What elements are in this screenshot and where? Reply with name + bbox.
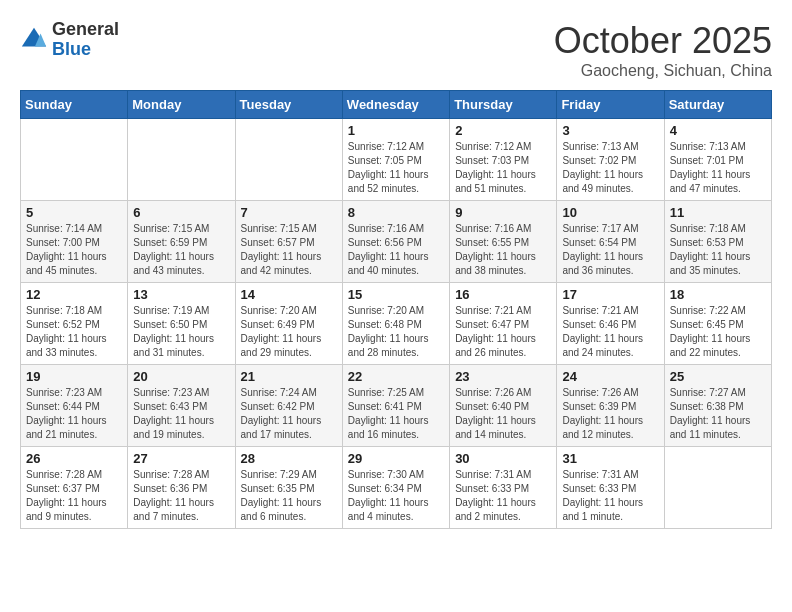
day-number: 16 <box>455 287 551 302</box>
day-number: 13 <box>133 287 229 302</box>
weekday-header: Friday <box>557 91 664 119</box>
calendar-cell: 18Sunrise: 7:22 AM Sunset: 6:45 PM Dayli… <box>664 283 771 365</box>
day-info: Sunrise: 7:23 AM Sunset: 6:44 PM Dayligh… <box>26 386 122 442</box>
calendar-cell: 16Sunrise: 7:21 AM Sunset: 6:47 PM Dayli… <box>450 283 557 365</box>
calendar-cell: 25Sunrise: 7:27 AM Sunset: 6:38 PM Dayli… <box>664 365 771 447</box>
day-number: 11 <box>670 205 766 220</box>
day-number: 19 <box>26 369 122 384</box>
day-info: Sunrise: 7:12 AM Sunset: 7:05 PM Dayligh… <box>348 140 444 196</box>
weekday-header-row: SundayMondayTuesdayWednesdayThursdayFrid… <box>21 91 772 119</box>
day-number: 4 <box>670 123 766 138</box>
day-info: Sunrise: 7:18 AM Sunset: 6:53 PM Dayligh… <box>670 222 766 278</box>
day-number: 18 <box>670 287 766 302</box>
day-info: Sunrise: 7:20 AM Sunset: 6:48 PM Dayligh… <box>348 304 444 360</box>
day-number: 27 <box>133 451 229 466</box>
calendar-cell: 31Sunrise: 7:31 AM Sunset: 6:33 PM Dayli… <box>557 447 664 529</box>
calendar-week-row: 12Sunrise: 7:18 AM Sunset: 6:52 PM Dayli… <box>21 283 772 365</box>
weekday-header: Tuesday <box>235 91 342 119</box>
day-info: Sunrise: 7:16 AM Sunset: 6:56 PM Dayligh… <box>348 222 444 278</box>
calendar-cell: 15Sunrise: 7:20 AM Sunset: 6:48 PM Dayli… <box>342 283 449 365</box>
logo: General Blue <box>20 20 119 60</box>
day-number: 5 <box>26 205 122 220</box>
day-info: Sunrise: 7:19 AM Sunset: 6:50 PM Dayligh… <box>133 304 229 360</box>
day-info: Sunrise: 7:16 AM Sunset: 6:55 PM Dayligh… <box>455 222 551 278</box>
calendar-cell: 21Sunrise: 7:24 AM Sunset: 6:42 PM Dayli… <box>235 365 342 447</box>
day-info: Sunrise: 7:26 AM Sunset: 6:40 PM Dayligh… <box>455 386 551 442</box>
day-number: 7 <box>241 205 337 220</box>
calendar-cell: 24Sunrise: 7:26 AM Sunset: 6:39 PM Dayli… <box>557 365 664 447</box>
calendar-cell: 26Sunrise: 7:28 AM Sunset: 6:37 PM Dayli… <box>21 447 128 529</box>
calendar-cell: 6Sunrise: 7:15 AM Sunset: 6:59 PM Daylig… <box>128 201 235 283</box>
calendar-cell: 13Sunrise: 7:19 AM Sunset: 6:50 PM Dayli… <box>128 283 235 365</box>
day-number: 2 <box>455 123 551 138</box>
calendar-cell <box>664 447 771 529</box>
day-number: 9 <box>455 205 551 220</box>
day-info: Sunrise: 7:14 AM Sunset: 7:00 PM Dayligh… <box>26 222 122 278</box>
calendar-cell: 28Sunrise: 7:29 AM Sunset: 6:35 PM Dayli… <box>235 447 342 529</box>
calendar-cell: 5Sunrise: 7:14 AM Sunset: 7:00 PM Daylig… <box>21 201 128 283</box>
day-info: Sunrise: 7:23 AM Sunset: 6:43 PM Dayligh… <box>133 386 229 442</box>
calendar-cell: 8Sunrise: 7:16 AM Sunset: 6:56 PM Daylig… <box>342 201 449 283</box>
day-info: Sunrise: 7:15 AM Sunset: 6:57 PM Dayligh… <box>241 222 337 278</box>
day-info: Sunrise: 7:28 AM Sunset: 6:37 PM Dayligh… <box>26 468 122 524</box>
day-number: 14 <box>241 287 337 302</box>
day-info: Sunrise: 7:29 AM Sunset: 6:35 PM Dayligh… <box>241 468 337 524</box>
calendar-week-row: 26Sunrise: 7:28 AM Sunset: 6:37 PM Dayli… <box>21 447 772 529</box>
calendar-cell: 20Sunrise: 7:23 AM Sunset: 6:43 PM Dayli… <box>128 365 235 447</box>
day-number: 28 <box>241 451 337 466</box>
weekday-header: Saturday <box>664 91 771 119</box>
weekday-header: Monday <box>128 91 235 119</box>
day-info: Sunrise: 7:13 AM Sunset: 7:02 PM Dayligh… <box>562 140 658 196</box>
calendar-week-row: 1Sunrise: 7:12 AM Sunset: 7:05 PM Daylig… <box>21 119 772 201</box>
day-number: 30 <box>455 451 551 466</box>
calendar-cell: 22Sunrise: 7:25 AM Sunset: 6:41 PM Dayli… <box>342 365 449 447</box>
day-number: 26 <box>26 451 122 466</box>
day-info: Sunrise: 7:15 AM Sunset: 6:59 PM Dayligh… <box>133 222 229 278</box>
calendar-cell: 7Sunrise: 7:15 AM Sunset: 6:57 PM Daylig… <box>235 201 342 283</box>
day-info: Sunrise: 7:13 AM Sunset: 7:01 PM Dayligh… <box>670 140 766 196</box>
day-info: Sunrise: 7:27 AM Sunset: 6:38 PM Dayligh… <box>670 386 766 442</box>
day-number: 25 <box>670 369 766 384</box>
day-info: Sunrise: 7:20 AM Sunset: 6:49 PM Dayligh… <box>241 304 337 360</box>
logo-text: General Blue <box>52 20 119 60</box>
page-header: General Blue October 2025 Gaocheng, Sich… <box>20 20 772 80</box>
day-info: Sunrise: 7:18 AM Sunset: 6:52 PM Dayligh… <box>26 304 122 360</box>
day-info: Sunrise: 7:31 AM Sunset: 6:33 PM Dayligh… <box>455 468 551 524</box>
calendar-cell: 11Sunrise: 7:18 AM Sunset: 6:53 PM Dayli… <box>664 201 771 283</box>
day-info: Sunrise: 7:17 AM Sunset: 6:54 PM Dayligh… <box>562 222 658 278</box>
calendar-cell: 10Sunrise: 7:17 AM Sunset: 6:54 PM Dayli… <box>557 201 664 283</box>
weekday-header: Sunday <box>21 91 128 119</box>
calendar-cell: 2Sunrise: 7:12 AM Sunset: 7:03 PM Daylig… <box>450 119 557 201</box>
day-info: Sunrise: 7:31 AM Sunset: 6:33 PM Dayligh… <box>562 468 658 524</box>
day-info: Sunrise: 7:24 AM Sunset: 6:42 PM Dayligh… <box>241 386 337 442</box>
title-section: October 2025 Gaocheng, Sichuan, China <box>554 20 772 80</box>
day-number: 12 <box>26 287 122 302</box>
logo-icon <box>20 26 48 54</box>
day-number: 23 <box>455 369 551 384</box>
day-number: 21 <box>241 369 337 384</box>
day-number: 24 <box>562 369 658 384</box>
calendar-cell: 17Sunrise: 7:21 AM Sunset: 6:46 PM Dayli… <box>557 283 664 365</box>
calendar-cell <box>128 119 235 201</box>
weekday-header: Thursday <box>450 91 557 119</box>
calendar-week-row: 5Sunrise: 7:14 AM Sunset: 7:00 PM Daylig… <box>21 201 772 283</box>
day-number: 8 <box>348 205 444 220</box>
calendar-cell: 12Sunrise: 7:18 AM Sunset: 6:52 PM Dayli… <box>21 283 128 365</box>
calendar-cell: 19Sunrise: 7:23 AM Sunset: 6:44 PM Dayli… <box>21 365 128 447</box>
calendar-cell: 1Sunrise: 7:12 AM Sunset: 7:05 PM Daylig… <box>342 119 449 201</box>
calendar-cell: 9Sunrise: 7:16 AM Sunset: 6:55 PM Daylig… <box>450 201 557 283</box>
day-number: 3 <box>562 123 658 138</box>
day-number: 29 <box>348 451 444 466</box>
calendar-week-row: 19Sunrise: 7:23 AM Sunset: 6:44 PM Dayli… <box>21 365 772 447</box>
day-number: 31 <box>562 451 658 466</box>
day-number: 20 <box>133 369 229 384</box>
day-info: Sunrise: 7:25 AM Sunset: 6:41 PM Dayligh… <box>348 386 444 442</box>
day-number: 17 <box>562 287 658 302</box>
calendar: SundayMondayTuesdayWednesdayThursdayFrid… <box>20 90 772 529</box>
day-number: 1 <box>348 123 444 138</box>
day-number: 10 <box>562 205 658 220</box>
day-info: Sunrise: 7:28 AM Sunset: 6:36 PM Dayligh… <box>133 468 229 524</box>
calendar-cell: 23Sunrise: 7:26 AM Sunset: 6:40 PM Dayli… <box>450 365 557 447</box>
calendar-cell: 4Sunrise: 7:13 AM Sunset: 7:01 PM Daylig… <box>664 119 771 201</box>
day-info: Sunrise: 7:22 AM Sunset: 6:45 PM Dayligh… <box>670 304 766 360</box>
